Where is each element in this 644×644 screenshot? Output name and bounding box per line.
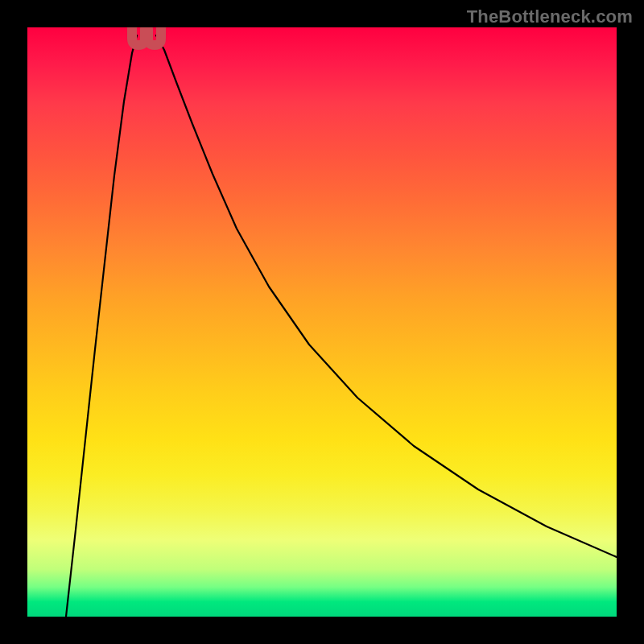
valley-marker: [132, 27, 161, 45]
curve-group: [66, 35, 617, 617]
plot-area: [27, 27, 617, 617]
watermark-text: TheBottleneck.com: [467, 6, 633, 27]
chart-frame: TheBottleneck.com: [0, 0, 644, 644]
curve-svg: [27, 27, 617, 617]
